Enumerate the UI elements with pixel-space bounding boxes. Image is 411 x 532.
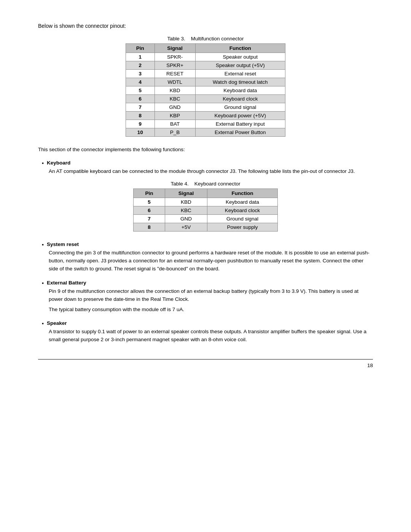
table4-section: Table 4. Keyboard connector Pin Signal F… (38, 181, 373, 232)
table4-header-pin: Pin (134, 189, 165, 198)
table3-cell-signal: WDTL (155, 78, 195, 86)
table3-cell-function: Ground signal (195, 103, 285, 112)
table4-num: Table 4. (170, 181, 188, 187)
table3-cell-signal: GND (155, 103, 195, 112)
table3: Pin Signal Function 1SPKR-Speaker output… (126, 43, 285, 137)
speaker-heading: Speaker (38, 320, 373, 326)
external-battery-text1: Pin 9 of the multifunction connector all… (49, 288, 373, 304)
table3-cell-pin: 3 (126, 70, 155, 78)
table3-cell-function: External Battery input (195, 120, 285, 128)
keyboard-heading-label: Keyboard (47, 160, 70, 166)
table3-row: 6KBCKeyboard clock (126, 95, 285, 103)
external-battery-heading: External Battery (38, 280, 373, 286)
page-divider (38, 359, 373, 359)
table3-cell-pin: 6 (126, 95, 155, 103)
table3-cell-signal: BAT (155, 120, 195, 128)
speaker-text: A transistor to supply 0.1 watt of power… (49, 328, 373, 344)
table4-cell-pin: 5 (134, 198, 165, 206)
table4-header-row: Pin Signal Function (134, 189, 278, 198)
speaker-section: Speaker A transistor to supply 0.1 watt … (38, 320, 373, 344)
system-reset-heading-label: System reset (47, 241, 79, 247)
table3-cell-pin: 2 (126, 61, 155, 70)
table3-cell-function: Watch dog timeout latch (195, 78, 285, 86)
table3-cell-function: Keyboard power (+5V) (195, 112, 285, 120)
table4-wrap: Pin Signal Function 5KBDKeyboard data6KB… (38, 189, 373, 232)
table4-cell-pin: 7 (134, 214, 165, 223)
table3-row: 4WDTLWatch dog timeout latch (126, 78, 285, 86)
table3-cell-pin: 10 (126, 128, 155, 137)
keyboard-heading: Keyboard (38, 160, 373, 166)
table4-row: 6KBCKeyboard clock (134, 206, 278, 214)
table4-cell-signal: +5V (165, 223, 207, 231)
table3-caption: Table 3. Multifunction connector (38, 36, 373, 42)
speaker-body: A transistor to supply 0.1 watt of power… (49, 328, 373, 344)
table3-row: 9BATExternal Battery input (126, 120, 285, 128)
table3-cell-signal: KBD (155, 86, 195, 95)
table3-row: 10P_BExternal Power Button (126, 128, 285, 137)
table3-row: 7GNDGround signal (126, 103, 285, 112)
external-battery-text2: The typical battery consumption with the… (49, 306, 373, 314)
table4-cell-function: Power supply (207, 223, 277, 231)
speaker-heading-label: Speaker (47, 320, 67, 326)
table4-cell-function: Keyboard clock (207, 206, 277, 214)
keyboard-body-text: An AT compatible keyboard can be connect… (49, 168, 373, 176)
table3-num: Table 3. (167, 36, 185, 42)
table3-row: 3RESETExternal reset (126, 70, 285, 78)
table3-header-function: Function (195, 44, 285, 53)
table3-row: 1SPKR-Speaker output (126, 53, 285, 61)
table3-cell-pin: 1 (126, 53, 155, 61)
system-reset-heading: System reset (38, 241, 373, 248)
table4-caption: Table 4. Keyboard connector (38, 181, 373, 187)
external-battery-body: Pin 9 of the multifunction connector all… (49, 288, 373, 314)
table3-row: 5KBDKeyboard data (126, 86, 285, 95)
external-battery-section: External Battery Pin 9 of the multifunct… (38, 280, 373, 314)
table3-cell-function: Keyboard data (195, 86, 285, 95)
table3-cell-pin: 4 (126, 78, 155, 86)
system-reset-body: Connecting the pin 3 of the multifunctio… (49, 249, 373, 273)
table3-section: Table 3. Multifunction connector Pin Sig… (38, 36, 373, 137)
external-battery-heading-label: External Battery (47, 280, 86, 286)
table3-cell-signal: SPKR+ (155, 61, 195, 70)
table4-cell-signal: KBD (165, 198, 207, 206)
table4-row: 5KBDKeyboard data (134, 198, 278, 206)
system-reset-text: Connecting the pin 3 of the multifunctio… (49, 249, 373, 273)
table4-cell-function: Keyboard data (207, 198, 277, 206)
system-reset-section: System reset Connecting the pin 3 of the… (38, 241, 373, 273)
table3-cell-pin: 5 (126, 86, 155, 95)
table3-title: Multifunction connector (191, 36, 244, 42)
table4-cell-pin: 8 (134, 223, 165, 231)
table3-cell-signal: KBP (155, 112, 195, 120)
table3-header-signal: Signal (155, 44, 195, 53)
table4-cell-function: Ground signal (207, 214, 277, 223)
table3-header-pin: Pin (126, 44, 155, 53)
page-content: Below is shown the connector pinout: Tab… (38, 23, 373, 368)
table4-header-signal: Signal (165, 189, 207, 198)
table3-row: 2SPKR+Speaker output (+5V) (126, 61, 285, 70)
table3-cell-function: External Power Button (195, 128, 285, 137)
table4-cell-signal: GND (165, 214, 207, 223)
page-number: 18 (38, 363, 373, 368)
table3-cell-pin: 7 (126, 103, 155, 112)
table3-cell-pin: 9 (126, 120, 155, 128)
table3-cell-pin: 8 (126, 112, 155, 120)
table4-header-function: Function (207, 189, 277, 198)
table3-cell-function: Keyboard clock (195, 95, 285, 103)
table3-cell-function: Speaker output (+5V) (195, 61, 285, 70)
section-text: This section of the connector implements… (38, 147, 373, 152)
table4-cell-signal: KBC (165, 206, 207, 214)
table3-header-row: Pin Signal Function (126, 44, 285, 53)
table3-wrap: Pin Signal Function 1SPKR-Speaker output… (38, 43, 373, 137)
keyboard-body: An AT compatible keyboard can be connect… (49, 168, 373, 176)
table3-cell-signal: SPKR- (155, 53, 195, 61)
table3-cell-function: Speaker output (195, 53, 285, 61)
intro-paragraph: Below is shown the connector pinout: (38, 23, 373, 29)
table4-cell-pin: 6 (134, 206, 165, 214)
table3-cell-signal: KBC (155, 95, 195, 103)
table3-cell-function: External reset (195, 70, 285, 78)
table3-cell-signal: P_B (155, 128, 195, 137)
table3-cell-signal: RESET (155, 70, 195, 78)
table3-row: 8KBPKeyboard power (+5V) (126, 112, 285, 120)
table4-row: 7GNDGround signal (134, 214, 278, 223)
table4-title: Keyboard connector (194, 181, 241, 187)
table4: Pin Signal Function 5KBDKeyboard data6KB… (133, 189, 278, 232)
